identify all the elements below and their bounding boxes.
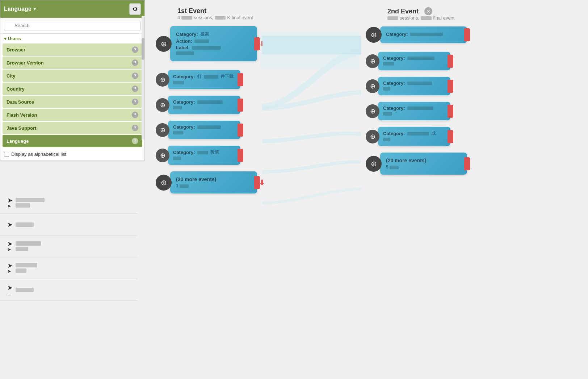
redacted xyxy=(180,184,189,188)
node-card-2-5[interactable]: Category: 成 xyxy=(378,127,450,146)
redacted xyxy=(197,125,221,129)
dimension-list: Browser ? Browser Version ? City ? Count… xyxy=(0,43,144,147)
dimension-label-city: City xyxy=(7,73,16,79)
card-line-sub xyxy=(383,62,445,66)
search-wrapper: 🔍 xyxy=(4,21,141,30)
event-node-2-5: ⊕ Category: 成 xyxy=(366,127,503,146)
card-line: Category: xyxy=(173,99,235,105)
sidebar-item-browser[interactable]: Browser ? xyxy=(3,43,142,56)
card-line-sub xyxy=(383,87,445,91)
card-line: Category: 教笔 xyxy=(173,149,235,155)
more-events-label: (20 more events) xyxy=(176,176,251,182)
sidebar: Language ▾ ⚙ 🔍 ▾ Users Browser ? Browser… xyxy=(0,0,145,161)
add-circle-icon: ⊕ xyxy=(160,101,165,109)
close-button[interactable]: ✕ xyxy=(424,7,432,15)
card-category-value: 搜索 xyxy=(200,31,209,37)
sidebar-item-country[interactable]: Country ? xyxy=(3,83,142,95)
list-item: ➤ ➤ xyxy=(0,257,138,279)
dimension-label-browser-version: Browser Version xyxy=(7,60,44,66)
users-label: ▾ Users xyxy=(0,34,144,43)
card-line-extra xyxy=(176,51,251,55)
redacted-final-2 xyxy=(421,16,432,20)
node-card-1-1[interactable]: Category: 搜索 Action: Label: xyxy=(170,26,257,61)
red-tab xyxy=(464,157,470,170)
checkbox-row: Display as alphabetical list xyxy=(0,148,144,161)
sidebar-item-flash-version[interactable]: Flash Version ? xyxy=(3,109,142,121)
event-column-2: 2nd Event ✕ sessions, final event ⊕ xyxy=(366,7,503,333)
event-node-1-3: ⊕ Category: xyxy=(156,96,293,114)
node-card-1-4[interactable]: Category: xyxy=(168,121,240,139)
help-icon-browser-version: ? xyxy=(132,59,138,66)
node-wrapper: ⊕ (20 more events) 1 ⬇ xyxy=(156,171,257,193)
node-wrapper: ⊕ Category: 成 xyxy=(366,127,450,146)
add-circle-icon: ⊕ xyxy=(370,82,375,90)
add-circle-icon: ⊕ xyxy=(371,159,377,168)
checkbox-label: Display as alphabetical list xyxy=(11,151,66,157)
down-arrow-icon: ⬇ xyxy=(259,178,265,187)
help-icon-flash-version: ? xyxy=(132,112,138,118)
settings-button[interactable]: ⚙ xyxy=(129,3,141,15)
event-node-1-more: ⊕ (20 more events) 1 ⬇ xyxy=(156,171,293,193)
text-line xyxy=(16,263,37,267)
scroll-track xyxy=(142,16,144,139)
event-column-1-subtitle: 4 sessions, K final event xyxy=(177,15,293,20)
sessions-text-2: sessions, xyxy=(400,15,419,21)
more-events-card-1[interactable]: (20 more events) 1 ⬇ xyxy=(170,171,257,193)
arrow-icon: ➤ xyxy=(7,221,13,228)
sidebar-item-java-support[interactable]: Java Support ? xyxy=(3,122,142,134)
column-spacer xyxy=(293,7,366,333)
node-icon-2-3[interactable]: ⊕ xyxy=(366,79,379,93)
node-card-2-4[interactable]: Category: xyxy=(378,102,450,120)
node-wrapper: ⊕ Category: xyxy=(366,77,450,95)
sidebar-item-city[interactable]: City ? xyxy=(3,70,142,82)
sidebar-title: Language xyxy=(4,6,32,12)
search-input[interactable] xyxy=(4,21,141,30)
card-line: Label: xyxy=(176,45,251,50)
card-line-sub xyxy=(173,81,235,84)
event-node-2-4: ⊕ Category: xyxy=(366,102,503,120)
list-item: ➤ ... xyxy=(0,279,138,301)
text-line xyxy=(16,268,26,273)
node-icon-1-4[interactable]: ⊕ xyxy=(156,123,169,137)
dimension-label-language: Language xyxy=(7,138,29,144)
item-text xyxy=(16,263,37,273)
sidebar-item-language[interactable]: Language ? xyxy=(3,135,142,147)
help-icon-city: ? xyxy=(132,72,138,79)
node-icon-2-more[interactable]: ⊕ xyxy=(366,156,382,172)
node-card-2-2[interactable]: Category: xyxy=(378,52,450,70)
node-icon-2-2[interactable]: ⊕ xyxy=(366,54,379,68)
node-card-1-3[interactable]: Category: xyxy=(168,96,240,114)
add-circle-icon: ⊕ xyxy=(160,126,165,134)
alphabetical-checkbox[interactable] xyxy=(4,152,9,157)
node-card-2-3[interactable]: Category: xyxy=(378,77,450,95)
card-line: Category: 成 xyxy=(383,130,445,137)
node-icon-2-4[interactable]: ⊕ xyxy=(366,104,379,118)
event-column-1: 1st Event 4 sessions, K final event ⊕ xyxy=(156,7,293,333)
node-icon-1-more[interactable]: ⊕ xyxy=(156,175,172,191)
node-icon-1-2[interactable]: ⊕ xyxy=(156,73,169,87)
redacted-extra xyxy=(176,51,194,55)
card-suffix: 件下载 xyxy=(220,74,234,80)
scroll-thumb[interactable] xyxy=(142,38,144,60)
arrow-icon: ➤ ... xyxy=(7,284,13,295)
node-icon-1-5[interactable]: ⊕ xyxy=(156,149,169,162)
card-line-sub xyxy=(383,112,445,116)
node-icon-2-5[interactable]: ⊕ xyxy=(366,130,379,143)
card-action-label: Action: xyxy=(176,38,192,44)
node-card-2-1[interactable]: Category: xyxy=(380,26,467,43)
text-line xyxy=(16,247,28,251)
card-suffix: 教笔 xyxy=(210,149,219,155)
sidebar-item-data-source[interactable]: Data Source ? xyxy=(3,96,142,108)
red-tab xyxy=(238,73,243,86)
node-icon-1-3[interactable]: ⊕ xyxy=(156,98,169,112)
node-icon-1-1[interactable]: ⊕ xyxy=(156,36,172,52)
sidebar-item-browser-version[interactable]: Browser Version ? xyxy=(3,57,142,69)
node-card-1-2[interactable]: Category: 打 件下载 xyxy=(168,70,240,89)
node-card-1-5[interactable]: Category: 教笔 xyxy=(168,146,240,165)
more-events-card-2[interactable]: (20 more events) 5 xyxy=(380,153,467,175)
more-events-label-2: (20 more events) xyxy=(386,158,461,163)
text-line xyxy=(16,288,34,292)
node-wrapper: ⊕ Category: xyxy=(366,52,450,70)
event-column-2-title: 2nd Event xyxy=(387,8,419,15)
node-icon-2-1[interactable]: ⊕ xyxy=(366,27,382,43)
